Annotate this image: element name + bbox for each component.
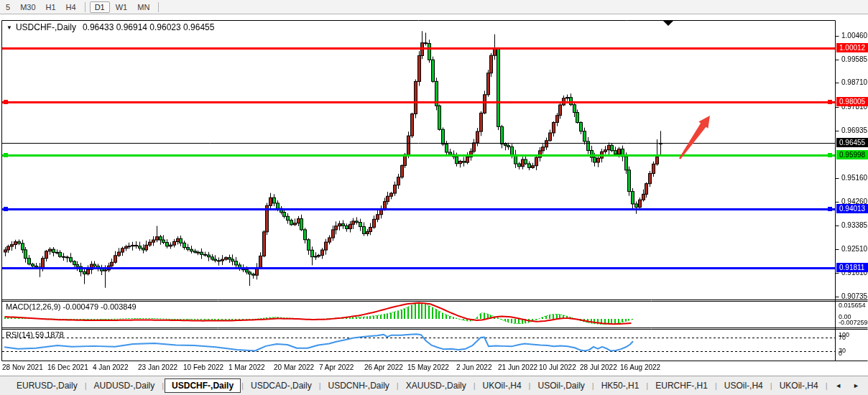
price-line-badge: 0.91811 — [836, 263, 868, 272]
price-tick-label: 0.98710 — [841, 78, 867, 86]
tab-scroll-right-icon[interactable]: ► — [853, 382, 859, 389]
chart-symbol-label: USDCHF-,Daily — [16, 22, 76, 32]
date-label: 20 Mar 2022 — [274, 363, 314, 371]
chart-dropdown-icon[interactable]: ▼ — [6, 24, 12, 31]
price-line-badge: 1.00012 — [836, 43, 868, 52]
price-chart-canvas[interactable] — [0, 0, 868, 395]
tab-separator: | — [770, 381, 772, 390]
date-label: 4 Jan 2022 — [93, 363, 129, 371]
tab-separator: | — [319, 381, 321, 390]
tab-eurchf-h1[interactable]: EURCHF-,H1 — [649, 378, 714, 393]
tab-usdcad-daily[interactable]: USDCAD-,Daily — [244, 378, 318, 393]
timeframe-button-m30[interactable]: M30 — [16, 2, 40, 12]
price-tick-label: 1.00460 — [841, 32, 867, 40]
tab-separator: | — [715, 381, 717, 390]
macd-axis-label: 0.015654 — [839, 302, 866, 309]
price-tick-label: 0.99585 — [841, 55, 867, 63]
tab-separator: | — [162, 381, 164, 390]
toolbar-separator — [158, 2, 159, 12]
tab-separator: | — [474, 381, 476, 390]
tab-usdchf-daily[interactable]: USDCHF-,Daily — [165, 378, 241, 393]
date-label: 16 Dec 2021 — [47, 363, 88, 371]
tab-separator: | — [646, 381, 648, 390]
macd-axis-label: -0.0072595 — [839, 319, 868, 326]
date-label: 26 Apr 2022 — [364, 363, 403, 371]
tab-separator: | — [241, 381, 244, 390]
price-line-badge: 0.95998 — [836, 150, 868, 159]
chart-title: ▼USDCHF-,Daily0.96433 0.96914 0.96023 0.… — [6, 22, 214, 32]
price-tick-label: 0.92510 — [841, 245, 867, 253]
tab-separator: | — [529, 381, 531, 390]
date-label: 21 Jun 2022 — [498, 363, 537, 371]
date-label: 10 Jul 2022 — [539, 363, 576, 371]
tab-scroll-arrows: ◄► — [835, 382, 859, 389]
date-label: 2 Jun 2022 — [456, 363, 492, 371]
tab-separator: | — [592, 381, 594, 390]
date-label: 28 Nov 2021 — [2, 363, 43, 371]
date-label: 7 Apr 2022 — [319, 363, 354, 371]
price-line-badge: 0.94013 — [836, 204, 868, 213]
rsi-axis-label: 70 — [839, 334, 846, 341]
price-tick-label: 0.93385 — [841, 221, 867, 229]
timeframe-button-h1[interactable]: H1 — [42, 2, 60, 12]
timeframe-button-w1[interactable]: W1 — [111, 2, 132, 12]
price-line-badge: 0.98005 — [836, 97, 868, 106]
timeframe-button-mn[interactable]: MN — [133, 2, 154, 12]
price-tick-label: 0.90735 — [841, 292, 867, 300]
tab-eurusd-daily[interactable]: EURUSD-,Daily — [10, 378, 84, 393]
tab-usdcnh-daily[interactable]: USDCNH-,Daily — [322, 378, 396, 393]
date-label: 16 Aug 2022 — [620, 363, 660, 371]
symbol-tab-bar: EURUSD-,Daily|AUDUSD-,Daily|USDCHF-,Dail… — [0, 376, 868, 395]
price-tick-label: 0.95160 — [841, 174, 867, 182]
tab-separator: | — [397, 381, 399, 390]
date-label: 15 May 2022 — [407, 363, 449, 371]
date-label: 23 Jan 2022 — [138, 363, 177, 371]
tab-ukoil-h4[interactable]: UKOil-,H4 — [476, 378, 528, 393]
toolbar-separator — [85, 2, 86, 12]
tab-usoil-h4[interactable]: USOil-,H4 — [718, 378, 770, 393]
timeframe-button-5[interactable]: 5 — [1, 2, 14, 12]
tab-separator: | — [826, 381, 828, 390]
tab-xauusd-daily[interactable]: XAUUSD-,Daily — [400, 378, 473, 393]
macd-indicator-label: MACD(12,26,9) -0.000479 -0.003849 — [6, 302, 137, 311]
tab-audusd-daily[interactable]: AUDUSD-,Daily — [88, 378, 162, 393]
tab-scroll-left-icon[interactable]: ◄ — [835, 382, 841, 389]
rsi-axis-label: 0 — [839, 350, 842, 357]
rsi-indicator-label: RSI(14) 59.1878 — [6, 330, 64, 339]
tab-hk50-h1[interactable]: HK50-,H1 — [595, 378, 646, 393]
date-label: 28 Jul 2022 — [580, 363, 617, 371]
tab-separator: | — [85, 381, 87, 390]
price-line-badge: 0.96455 — [836, 138, 868, 147]
tab-ukoil-h4[interactable]: UKOil-,H4 — [773, 378, 825, 393]
date-label: 10 Feb 2022 — [183, 363, 223, 371]
tab-usoil-daily[interactable]: USOil-,Daily — [531, 378, 591, 393]
timeframe-button-h4[interactable]: H4 — [62, 2, 80, 12]
chart-ohlc-values: 0.96433 0.96914 0.96023 0.96455 — [83, 22, 215, 32]
date-label: 1 Mar 2022 — [228, 363, 265, 371]
timeframe-button-d1[interactable]: D1 — [90, 1, 110, 13]
timeframe-toolbar: 5M30H1H4D1W1MN — [0, 0, 868, 14]
price-tick-label: 0.96935 — [841, 126, 867, 134]
